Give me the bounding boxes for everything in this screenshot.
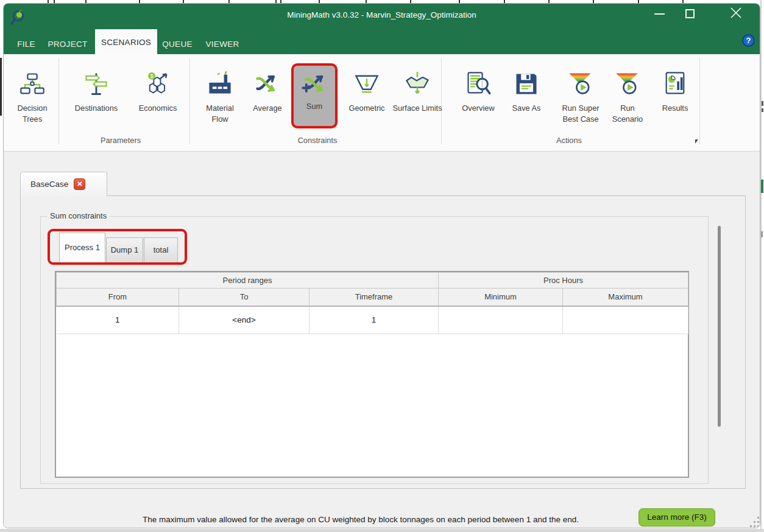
- ribbon-button-label: Save As: [512, 103, 541, 114]
- content-area: BaseCase ✕ Sum constraints Process 1 Dum…: [4, 152, 760, 528]
- sum-button[interactable]: Sum: [291, 63, 338, 128]
- column-header-from: From: [57, 289, 179, 306]
- maximize-button[interactable]: [685, 9, 695, 18]
- geometric-button[interactable]: Geometric: [342, 66, 391, 114]
- help-icon[interactable]: ?: [742, 34, 755, 47]
- average-icon: [253, 66, 281, 102]
- results-icon: [662, 66, 688, 102]
- close-button[interactable]: [729, 5, 743, 20]
- decision-trees-button[interactable]: Decision Trees: [9, 66, 56, 125]
- status-message: The maximum value allowed for the averag…: [52, 515, 669, 524]
- background-artifact: [760, 0, 762, 532]
- cell-from[interactable]: 1: [57, 306, 179, 334]
- ribbon-button-label: Economics: [139, 103, 177, 114]
- vertical-scrollbar[interactable]: [718, 226, 721, 427]
- save-as-button[interactable]: Save As: [503, 66, 550, 114]
- menu-tab-project[interactable]: PROJECT: [46, 35, 89, 54]
- destinations-button[interactable]: Destinations: [67, 66, 126, 114]
- scenario-tab-panel: Sum constraints Process 1 Dump 1 total: [20, 195, 746, 489]
- decision-trees-icon: [19, 66, 46, 102]
- ribbon-button-label: Material Flow: [197, 103, 242, 125]
- background-artifact: [0, 58, 2, 116]
- learn-more-button[interactable]: Learn more (F3): [638, 508, 715, 527]
- window-title: MiningMath v3.0.32 - Marvin_Strategy_Opt…: [4, 10, 760, 19]
- menu-tab-file[interactable]: FILE: [10, 35, 43, 54]
- overview-icon: [464, 66, 492, 102]
- ribbon-button-label: Results: [662, 103, 688, 114]
- run-super-best-case-button[interactable]: Run Super Best Case: [553, 66, 608, 125]
- column-group-proc-hours: Proc Hours: [439, 273, 688, 289]
- ribbon-button-label: Geometric: [348, 103, 384, 114]
- destinations-icon: [83, 66, 110, 102]
- group-label-actions: Actions: [508, 136, 630, 145]
- ribbon-button-label: Run Super Best Case: [553, 103, 608, 125]
- ribbon-button-label: Overview: [462, 103, 494, 114]
- scenario-tab-basecase[interactable]: BaseCase ✕: [20, 172, 107, 196]
- average-button[interactable]: Average: [244, 66, 291, 114]
- group-separator: [58, 58, 59, 144]
- geometric-icon: [353, 66, 381, 102]
- cell-to[interactable]: <end>: [179, 306, 309, 334]
- cell-timeframe[interactable]: 1: [309, 306, 439, 334]
- red-annotation-tabs: [48, 229, 187, 265]
- column-header-timeframe: Timeframe: [309, 289, 439, 306]
- table-row: 1 <end> 1: [57, 306, 688, 334]
- background-artifact: [0, 529, 764, 532]
- group-separator: [189, 58, 190, 144]
- menu-tab-viewer[interactable]: VIEWER: [202, 35, 243, 54]
- surface-limits-icon: [403, 66, 431, 102]
- column-header-to: To: [179, 289, 309, 306]
- group-label-parameters: Parameters: [60, 136, 182, 145]
- menu-tab-queue[interactable]: QUEUE: [159, 35, 196, 54]
- ribbon-button-label: Destinations: [75, 103, 118, 114]
- material-flow-button[interactable]: Material Flow: [197, 66, 242, 125]
- scenario-tab-close-icon[interactable]: ✕: [74, 178, 85, 190]
- scenario-tab-label: BaseCase: [30, 180, 68, 189]
- menu-tab-scenarios[interactable]: SCENARIOS: [95, 29, 157, 54]
- ribbon-button-label: Average: [253, 103, 281, 114]
- save-as-icon: [513, 66, 540, 102]
- svg-text:$: $: [150, 73, 154, 79]
- constraints-table: Period ranges Proc Hours From To Timefra…: [55, 271, 689, 478]
- column-group-period-ranges: Period ranges: [57, 273, 439, 289]
- economics-icon: $: [144, 66, 171, 102]
- economics-button[interactable]: $ Economics: [132, 66, 184, 114]
- column-header-minimum: Minimum: [439, 289, 563, 306]
- app-window: MiningMath v3.0.32 - Marvin_Strategy_Opt…: [3, 3, 760, 528]
- cell-maximum[interactable]: [563, 306, 688, 334]
- results-button[interactable]: Results: [653, 66, 697, 114]
- sum-icon: [300, 68, 328, 100]
- material-flow-icon: [207, 66, 233, 102]
- column-header-maximum: Maximum: [563, 289, 688, 306]
- ribbon-button-label: Decision Trees: [9, 103, 56, 125]
- group-separator: [699, 58, 700, 144]
- group-label-constraints: Constraints: [256, 136, 378, 145]
- ribbon-button-label: Sum: [306, 101, 322, 112]
- title-bar: MiningMath v3.0.32 - Marvin_Strategy_Opt…: [4, 4, 760, 54]
- ribbon-button-label: Surface Limits: [392, 103, 442, 114]
- overview-button[interactable]: Overview: [452, 66, 504, 114]
- run-super-best-case-icon: [567, 66, 595, 102]
- ribbon-button-label: Run Scenario: [606, 103, 649, 125]
- cursor-artifact: [695, 139, 698, 144]
- run-scenario-icon: [614, 66, 642, 102]
- cell-minimum[interactable]: [439, 306, 563, 334]
- run-scenario-button[interactable]: Run Scenario: [606, 66, 649, 125]
- sum-constraints-groupbox: Sum constraints Process 1 Dump 1 total: [40, 216, 709, 484]
- ribbon-toolbar: Decision Trees Destinations: [4, 54, 760, 152]
- screen: MiningMath v3.0.32 - Marvin_Strategy_Opt…: [0, 0, 764, 532]
- sum-constraints-label: Sum constraints: [47, 211, 110, 220]
- surface-limits-button[interactable]: Surface Limits: [392, 66, 442, 114]
- minimize-button[interactable]: [654, 13, 665, 15]
